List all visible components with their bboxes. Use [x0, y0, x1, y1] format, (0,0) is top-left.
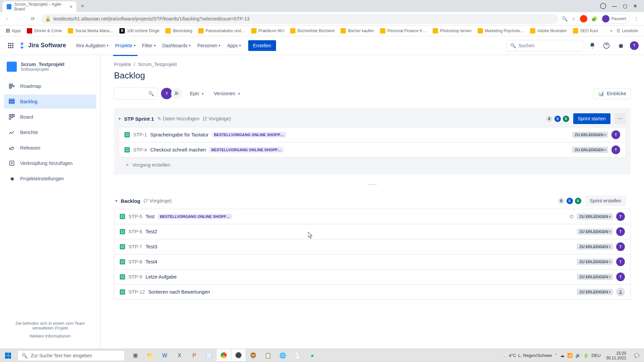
nav-apps[interactable]: Apps▾ — [225, 40, 243, 51]
assignee-avatar[interactable]: T — [616, 212, 625, 221]
bookmark-star-icon[interactable]: ☆ — [572, 16, 576, 21]
bookmark-item[interactable]: Social Media Mana… — [66, 27, 115, 35]
zoom-icon[interactable]: 🔍 — [562, 16, 568, 21]
issue-row[interactable]: ☐ STP-1 Spracheingabe für Tastatur BESTE… — [119, 127, 626, 142]
back-button[interactable]: ← — [3, 14, 12, 23]
nav-filters[interactable]: Filter▾ — [140, 40, 158, 51]
notifications-icon[interactable]: 💬 — [632, 353, 642, 358]
url-field[interactable]: 🔒 testdeutsch1.atlassian.net/jira/softwa… — [41, 14, 558, 24]
bookmark-item[interactable]: Adobe Illustrator — [528, 27, 569, 35]
bookmark-item[interactable]: Personal Finance K… — [378, 27, 429, 35]
issue-row[interactable]: ☐ STP-4 Checkout schnell machen BESTELLV… — [119, 142, 626, 158]
backlog-name[interactable]: Backlog — [121, 198, 140, 204]
notepad-icon[interactable]: 📄 — [290, 349, 305, 362]
nav-your-work[interactable]: Ihre Aufgaben▾ — [74, 40, 110, 51]
versions-filter[interactable]: Versionen▾ — [211, 89, 243, 98]
add-people-button[interactable] — [171, 88, 182, 99]
status-dropdown[interactable]: ZU ERLEDIGEN ▾ — [577, 274, 613, 280]
taskbar-search[interactable]: 🔍Zur Suche Text hier eingeben — [17, 350, 125, 361]
assignee-avatar[interactable]: T — [616, 257, 625, 266]
issue-key[interactable]: STP-4 — [133, 147, 147, 153]
status-dropdown[interactable]: ZU ERLEDIGEN ▾ — [577, 289, 613, 295]
app-switcher-icon[interactable] — [5, 40, 16, 51]
bookmark-item[interactable]: Panoramabahn und… — [196, 27, 247, 35]
minimize-icon[interactable]: — — [612, 3, 617, 9]
sidebar-item-releases[interactable]: Releases — [4, 141, 96, 155]
issue-key[interactable]: STP-5 — [128, 214, 142, 219]
issue-key[interactable]: STP-12 — [128, 289, 145, 295]
sidebar-item-settings[interactable]: Projekteinstellungen — [4, 172, 96, 186]
resize-handle[interactable]: ═══ — [114, 179, 631, 193]
nav-projects[interactable]: Projekte▾ — [113, 40, 137, 51]
issue-summary[interactable]: Sortieren nach Bewertungen — [148, 289, 210, 295]
assignee-avatar[interactable]: T — [611, 145, 620, 154]
issue-summary[interactable]: Test3 — [146, 244, 157, 249]
issue-summary[interactable]: Letze Aufgabe — [146, 274, 177, 280]
bookmark-item[interactable]: Praktikum WU — [249, 27, 286, 35]
status-dropdown[interactable]: ZU ERLEDIGEN ▾ — [572, 132, 608, 138]
create-issue-inline[interactable]: ＋Vorgang erstellen — [119, 158, 626, 172]
battery-icon[interactable]: 🔋 — [583, 353, 589, 358]
apps-button[interactable]: Apps — [4, 27, 23, 35]
project-header[interactable]: Scrum_Testprojekt Softwareprojekt — [4, 62, 96, 78]
add-dates-button[interactable]: ✎Daten hinzufügen — [157, 116, 200, 121]
word-icon[interactable]: W — [158, 349, 172, 362]
issue-row[interactable]: ☐ STP-5 Test BESTELLVORGANG ONLINE SHOPP… — [114, 209, 631, 224]
assignee-avatar[interactable]: T — [611, 130, 620, 139]
close-icon[interactable]: × — [70, 4, 72, 9]
issue-key[interactable]: STP-8 — [128, 259, 142, 264]
wifi-icon[interactable]: 📶 — [567, 353, 573, 358]
status-dropdown[interactable]: ZU ERLEDIGEN ▾ — [577, 214, 613, 220]
sprint-more-button[interactable]: ⋯ — [614, 113, 626, 124]
issue-row[interactable]: ☐ STP-7 Test3 ZU ERLEDIGEN ▾ T — [114, 239, 631, 254]
sidebar-item-reports[interactable]: Berichte — [4, 125, 96, 139]
issue-summary[interactable]: Test — [146, 214, 155, 219]
status-dropdown[interactable]: ZU ERLEDIGEN ▾ — [577, 229, 613, 235]
issue-summary[interactable]: Spracheingabe für Tastatur — [150, 132, 209, 137]
app-icon[interactable]: 📋 — [261, 349, 275, 362]
volume-icon[interactable]: 🔊 — [575, 353, 581, 358]
bookmark-item[interactable]: B100 schöne Dinge — [117, 27, 161, 35]
profile-button[interactable]: Pausiert — [601, 14, 630, 23]
extensions-icon[interactable]: 🧩 — [591, 16, 597, 21]
task-view-icon[interactable]: ⊞ — [128, 349, 142, 362]
account-icon[interactable] — [600, 3, 606, 9]
unassigned-avatar[interactable] — [616, 288, 625, 296]
start-sprint-button[interactable]: Sprint starten — [573, 113, 610, 124]
bookmark-item[interactable]: SEO Kurs — [571, 27, 600, 35]
epic-filter[interactable]: Epic▾ — [187, 89, 206, 98]
status-dropdown[interactable]: ZU ERLEDIGEN ▾ — [572, 147, 608, 153]
sidebar-item-add-link[interactable]: Verknüpfung hinzufügen — [4, 156, 96, 170]
create-button[interactable]: Erstellen — [248, 40, 276, 51]
issue-summary[interactable]: Test4 — [146, 259, 157, 264]
sidebar-item-roadmap[interactable]: Roadmap — [4, 79, 96, 93]
issue-row[interactable]: ☐ STP-8 Test4 ZU ERLEDIGEN ▾ T — [114, 254, 631, 269]
epic-label[interactable]: BESTELLVORGANG ONLINE SHOPP… — [212, 132, 286, 137]
clock[interactable]: 15:20 30.11.2021 — [604, 351, 628, 360]
close-window-icon[interactable]: ✕ — [633, 3, 637, 9]
issue-summary[interactable]: Test2 — [146, 229, 157, 234]
bookmark-item[interactable]: Bücherliste Bücherei — [288, 27, 336, 35]
global-search[interactable]: 🔍Suchen — [506, 40, 583, 51]
jira-logo[interactable]: Jira Software — [19, 42, 66, 49]
issue-key[interactable]: STP-6 — [128, 229, 142, 234]
bookmark-item[interactable]: Bücher kaufen — [338, 27, 376, 35]
chrome-icon[interactable] — [217, 349, 231, 362]
epic-label[interactable]: BESTELLVORGANG ONLINE SHOPP… — [209, 147, 283, 153]
onedrive-icon[interactable]: ☁ — [560, 353, 565, 358]
issue-key[interactable]: STP-7 — [128, 244, 142, 249]
explorer-icon[interactable]: 📁 — [143, 349, 157, 362]
obs-icon[interactable]: ⚫ — [231, 349, 246, 362]
browser-tab[interactable]: Scrum_Testprojekt – Agile-Board × — [3, 1, 76, 12]
reload-button[interactable]: ⟳ — [28, 14, 38, 23]
mail-icon[interactable]: ✉️ — [202, 349, 216, 362]
issue-row[interactable]: ☐ STP-6 Test2 ZU ERLEDIGEN ▾ T — [114, 224, 631, 239]
nav-people[interactable]: Personen▾ — [195, 40, 222, 51]
language-indicator[interactable]: DEU — [591, 353, 600, 358]
epic-label[interactable]: BESTELLVORGANG ONLINE SHOPP… — [158, 214, 232, 219]
overflow-icon[interactable]: » — [610, 28, 612, 33]
issue-summary[interactable]: Checkout schnell machen — [150, 147, 206, 153]
bookmark-item[interactable]: Bloomberg — [163, 27, 194, 35]
nav-dashboards[interactable]: Dashboards▾ — [160, 40, 193, 51]
excel-icon[interactable]: X — [172, 349, 186, 362]
